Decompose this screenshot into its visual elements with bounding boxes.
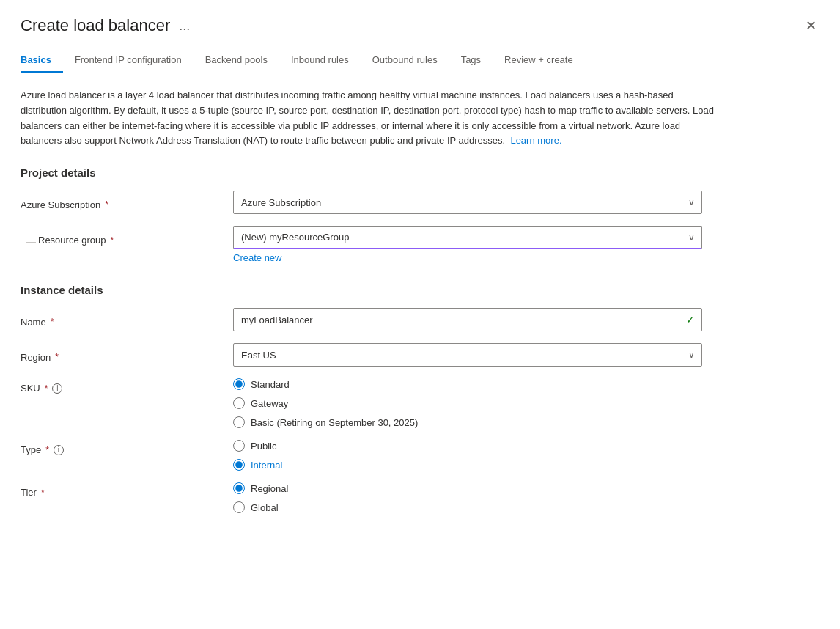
type-field: Public Internal	[233, 440, 702, 471]
region-required: *	[55, 352, 59, 362]
tier-label-col: Tier *	[21, 482, 233, 498]
type-public-label[interactable]: Public	[251, 441, 276, 452]
sku-radio-group: Standard Gateway Basic (Retiring on Sept…	[233, 378, 702, 428]
tier-row: Tier * Regional Global	[21, 482, 819, 513]
name-field: myLoadBalancer ✓	[233, 308, 702, 331]
tab-basics[interactable]: Basics	[21, 48, 63, 73]
resource-group-select-wrapper: (New) myResourceGroup ∨	[233, 226, 702, 249]
sku-required: *	[45, 383, 48, 394]
sku-standard-row: Standard	[233, 378, 702, 390]
type-public-row: Public	[233, 440, 702, 452]
name-select[interactable]: myLoadBalancer	[233, 308, 702, 331]
type-info-icon[interactable]: i	[54, 445, 64, 455]
sku-info-icon[interactable]: i	[52, 383, 62, 394]
project-details-title: Project details	[21, 166, 819, 179]
sku-basic-label[interactable]: Basic (Retiring on September 30, 2025)	[251, 417, 418, 428]
create-new-link[interactable]: Create new	[233, 252, 281, 263]
tier-required: *	[41, 488, 45, 498]
create-load-balancer-dialog: Create load balancer ... ✕ Basics Fronte…	[0, 0, 840, 629]
type-internal-label[interactable]: Internal	[251, 460, 282, 471]
azure-subscription-select[interactable]: Azure Subscription	[233, 191, 702, 214]
azure-subscription-row: Azure Subscription * Azure Subscription …	[21, 191, 819, 214]
tier-regional-radio[interactable]	[233, 482, 245, 494]
region-field: East US ∨	[233, 343, 702, 367]
tabs-bar: Basics Frontend IP configuration Backend…	[0, 37, 840, 73]
azure-subscription-label: Azure Subscription	[21, 199, 100, 210]
tier-field: Regional Global	[233, 482, 702, 513]
type-internal-radio[interactable]	[233, 459, 245, 471]
sku-gateway-label[interactable]: Gateway	[251, 398, 288, 409]
resource-group-required: *	[111, 235, 114, 246]
sku-field: Standard Gateway Basic (Retiring on Sept…	[233, 378, 702, 428]
type-public-radio[interactable]	[233, 440, 245, 452]
resource-group-field: (New) myResourceGroup ∨ Create new	[233, 226, 702, 263]
ellipsis-menu[interactable]: ...	[179, 18, 190, 34]
close-button[interactable]: ✕	[803, 15, 819, 37]
type-label: Type	[21, 444, 41, 455]
azure-subscription-required: *	[105, 199, 108, 210]
instance-details-section: Instance details Name * myLoadBalancer ✓	[21, 284, 819, 513]
tier-regional-label[interactable]: Regional	[251, 483, 288, 494]
region-label: Region	[21, 352, 51, 363]
tier-radio-group: Regional Global	[233, 482, 702, 513]
tier-global-row: Global	[233, 501, 702, 513]
type-internal-row: Internal	[233, 459, 702, 471]
name-select-wrapper: myLoadBalancer ✓	[233, 308, 702, 331]
learn-more-link[interactable]: Learn more.	[510, 135, 561, 146]
sku-gateway-radio[interactable]	[233, 397, 245, 409]
tab-outbound-rules[interactable]: Outbound rules	[361, 48, 449, 73]
type-label-col: Type * i	[21, 440, 233, 455]
name-required: *	[51, 317, 54, 327]
name-row: Name * myLoadBalancer ✓	[21, 308, 819, 331]
tab-frontend-ip[interactable]: Frontend IP configuration	[63, 48, 194, 73]
content-area: Azure load balancer is a layer 4 load ba…	[0, 73, 840, 554]
azure-subscription-field: Azure Subscription ∨	[233, 191, 702, 214]
region-row: Region * East US ∨	[21, 343, 819, 367]
name-label-col: Name *	[21, 312, 233, 328]
resource-group-row: Resource group * (New) myResourceGroup ∨…	[21, 226, 819, 263]
tier-global-label[interactable]: Global	[251, 502, 279, 513]
azure-subscription-label-col: Azure Subscription *	[21, 195, 233, 210]
region-select-wrapper: East US ∨	[233, 343, 702, 367]
title-text: Create load balancer	[21, 16, 170, 35]
tier-regional-row: Regional	[233, 482, 702, 494]
type-radio-group: Public Internal	[233, 440, 702, 471]
dialog-title: Create load balancer ...	[21, 16, 190, 35]
resource-group-label: Resource group	[38, 235, 106, 246]
type-required: *	[45, 445, 49, 455]
azure-subscription-select-wrapper: Azure Subscription ∨	[233, 191, 702, 214]
dialog-header: Create load balancer ... ✕	[0, 0, 840, 37]
sku-standard-radio[interactable]	[233, 378, 245, 390]
instance-details-title: Instance details	[21, 284, 819, 296]
resource-group-select[interactable]: (New) myResourceGroup	[233, 226, 702, 249]
project-details-section: Project details Azure Subscription * Azu…	[21, 166, 819, 263]
description-text: Azure load balancer is a layer 4 load ba…	[21, 88, 717, 149]
resource-group-label-col: Resource group *	[21, 226, 233, 246]
sku-row: SKU * i Standard Gateway	[21, 378, 819, 428]
sku-label: SKU	[21, 383, 40, 394]
sku-basic-row: Basic (Retiring on September 30, 2025)	[233, 416, 702, 428]
region-select[interactable]: East US	[233, 343, 702, 367]
sku-basic-radio[interactable]	[233, 416, 245, 428]
close-icon: ✕	[806, 18, 817, 34]
tab-inbound-rules[interactable]: Inbound rules	[279, 48, 361, 73]
tab-review-create[interactable]: Review + create	[493, 48, 585, 73]
tab-backend-pools[interactable]: Backend pools	[194, 48, 279, 73]
sku-standard-label[interactable]: Standard	[251, 379, 290, 390]
sku-gateway-row: Gateway	[233, 397, 702, 409]
name-label: Name	[21, 317, 46, 328]
sku-label-col: SKU * i	[21, 378, 233, 394]
type-row: Type * i Public Internal	[21, 440, 819, 471]
tier-global-radio[interactable]	[233, 501, 245, 513]
tier-label: Tier	[21, 487, 37, 498]
region-label-col: Region *	[21, 347, 233, 363]
tab-tags[interactable]: Tags	[449, 48, 493, 73]
